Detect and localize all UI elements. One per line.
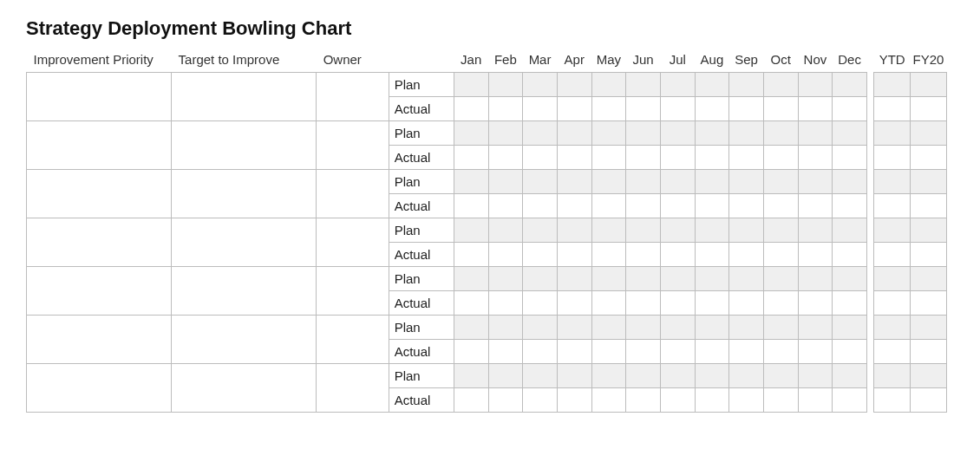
plan-fy-cell[interactable] [911, 170, 947, 194]
actual-month-cell[interactable] [454, 146, 488, 170]
actual-month-cell[interactable] [798, 388, 833, 413]
actual-fy-cell[interactable] [911, 194, 947, 218]
plan-month-cell[interactable] [591, 170, 626, 194]
plan-fy-cell[interactable] [911, 316, 947, 340]
plan-month-cell[interactable] [798, 364, 833, 388]
plan-month-cell[interactable] [454, 364, 488, 388]
plan-month-cell[interactable] [729, 170, 764, 194]
actual-month-cell[interactable] [763, 243, 798, 267]
actual-ytd-cell[interactable] [874, 291, 911, 316]
actual-month-cell[interactable] [523, 194, 558, 218]
actual-month-cell[interactable] [523, 243, 558, 267]
actual-month-cell[interactable] [833, 194, 867, 218]
plan-month-cell[interactable] [833, 121, 867, 146]
actual-month-cell[interactable] [763, 291, 798, 316]
plan-ytd-cell[interactable] [874, 218, 911, 243]
actual-month-cell[interactable] [833, 97, 867, 121]
actual-month-cell[interactable] [695, 291, 729, 316]
actual-month-cell[interactable] [454, 291, 488, 316]
actual-month-cell[interactable] [454, 194, 488, 218]
plan-month-cell[interactable] [763, 364, 798, 388]
target-cell[interactable] [172, 316, 317, 364]
plan-month-cell[interactable] [763, 218, 798, 243]
actual-month-cell[interactable] [591, 243, 626, 267]
priority-cell[interactable] [27, 364, 172, 413]
actual-month-cell[interactable] [523, 97, 558, 121]
actual-month-cell[interactable] [763, 194, 798, 218]
plan-month-cell[interactable] [660, 316, 695, 340]
actual-month-cell[interactable] [523, 146, 558, 170]
plan-ytd-cell[interactable] [874, 316, 911, 340]
actual-ytd-cell[interactable] [874, 97, 911, 121]
plan-month-cell[interactable] [454, 121, 488, 146]
target-cell[interactable] [172, 73, 317, 121]
actual-month-cell[interactable] [557, 146, 591, 170]
plan-month-cell[interactable] [798, 218, 833, 243]
plan-month-cell[interactable] [626, 170, 661, 194]
plan-month-cell[interactable] [695, 73, 729, 97]
actual-month-cell[interactable] [763, 97, 798, 121]
plan-ytd-cell[interactable] [874, 364, 911, 388]
plan-month-cell[interactable] [729, 121, 764, 146]
actual-month-cell[interactable] [591, 291, 626, 316]
plan-month-cell[interactable] [695, 170, 729, 194]
plan-ytd-cell[interactable] [874, 267, 911, 291]
actual-month-cell[interactable] [798, 97, 833, 121]
owner-cell[interactable] [317, 121, 389, 170]
target-cell[interactable] [172, 364, 317, 413]
plan-fy-cell[interactable] [911, 267, 947, 291]
plan-month-cell[interactable] [833, 170, 867, 194]
actual-month-cell[interactable] [626, 146, 661, 170]
plan-month-cell[interactable] [626, 267, 661, 291]
plan-month-cell[interactable] [695, 364, 729, 388]
actual-ytd-cell[interactable] [874, 243, 911, 267]
plan-month-cell[interactable] [833, 218, 867, 243]
actual-month-cell[interactable] [557, 388, 591, 413]
actual-month-cell[interactable] [557, 97, 591, 121]
priority-cell[interactable] [27, 170, 172, 218]
plan-month-cell[interactable] [763, 316, 798, 340]
actual-month-cell[interactable] [626, 340, 661, 364]
plan-month-cell[interactable] [763, 170, 798, 194]
plan-month-cell[interactable] [833, 267, 867, 291]
owner-cell[interactable] [317, 267, 389, 316]
actual-month-cell[interactable] [626, 291, 661, 316]
actual-month-cell[interactable] [660, 97, 695, 121]
actual-month-cell[interactable] [695, 146, 729, 170]
actual-month-cell[interactable] [729, 146, 764, 170]
plan-month-cell[interactable] [488, 267, 523, 291]
actual-month-cell[interactable] [833, 243, 867, 267]
plan-month-cell[interactable] [523, 121, 558, 146]
actual-month-cell[interactable] [729, 340, 764, 364]
plan-month-cell[interactable] [591, 364, 626, 388]
actual-month-cell[interactable] [557, 291, 591, 316]
owner-cell[interactable] [317, 170, 389, 218]
plan-month-cell[interactable] [454, 170, 488, 194]
actual-month-cell[interactable] [626, 243, 661, 267]
actual-fy-cell[interactable] [911, 388, 947, 413]
plan-month-cell[interactable] [591, 316, 626, 340]
plan-month-cell[interactable] [626, 364, 661, 388]
actual-month-cell[interactable] [695, 340, 729, 364]
plan-month-cell[interactable] [523, 73, 558, 97]
plan-ytd-cell[interactable] [874, 170, 911, 194]
plan-month-cell[interactable] [660, 267, 695, 291]
actual-fy-cell[interactable] [911, 97, 947, 121]
actual-ytd-cell[interactable] [874, 340, 911, 364]
plan-month-cell[interactable] [626, 218, 661, 243]
plan-month-cell[interactable] [591, 73, 626, 97]
plan-month-cell[interactable] [454, 316, 488, 340]
actual-fy-cell[interactable] [911, 340, 947, 364]
actual-month-cell[interactable] [833, 146, 867, 170]
plan-month-cell[interactable] [798, 170, 833, 194]
actual-month-cell[interactable] [488, 97, 523, 121]
owner-cell[interactable] [317, 218, 389, 267]
actual-month-cell[interactable] [591, 388, 626, 413]
plan-month-cell[interactable] [557, 218, 591, 243]
plan-month-cell[interactable] [833, 364, 867, 388]
plan-month-cell[interactable] [591, 121, 626, 146]
plan-month-cell[interactable] [557, 170, 591, 194]
actual-month-cell[interactable] [729, 194, 764, 218]
actual-month-cell[interactable] [798, 194, 833, 218]
plan-fy-cell[interactable] [911, 364, 947, 388]
